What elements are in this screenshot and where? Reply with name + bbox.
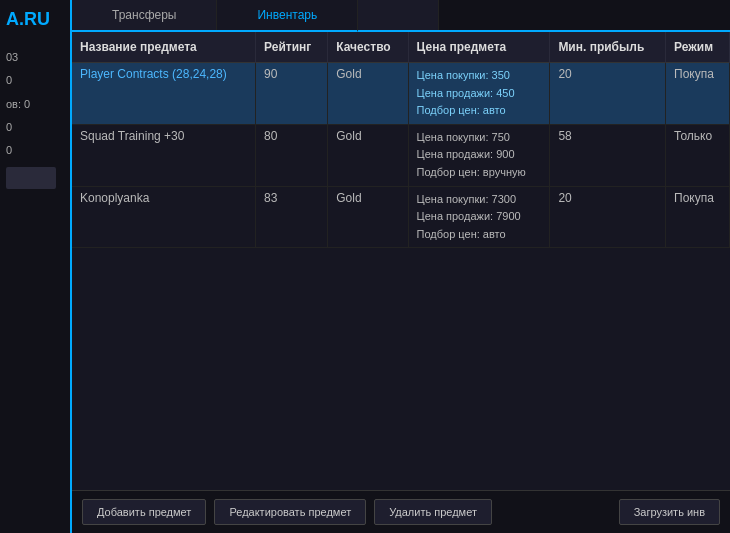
sidebar-stat-5: 0 xyxy=(6,143,12,158)
cell-min-profit: 20 xyxy=(550,186,666,248)
cell-quality: Gold xyxy=(328,124,408,186)
inventory-table: Название предмета Рейтинг Качество Цена … xyxy=(72,32,730,248)
table-header-row: Название предмета Рейтинг Качество Цена … xyxy=(72,32,730,63)
tab-bar: Трансферы Инвентарь xyxy=(72,0,730,32)
cell-rating: 90 xyxy=(256,63,328,125)
sidebar: A.RU 03 0 ов: 0 0 0 xyxy=(0,0,72,533)
cell-quality: Gold xyxy=(328,186,408,248)
cell-mode: Покупа xyxy=(666,63,730,125)
cell-name: Squad Training +30 xyxy=(72,124,256,186)
sidebar-stat-3: ов: 0 xyxy=(6,97,30,112)
col-header-name: Название предмета xyxy=(72,32,256,63)
tab-3[interactable] xyxy=(358,0,439,30)
cell-rating: 83 xyxy=(256,186,328,248)
sidebar-box xyxy=(6,167,56,189)
bottom-bar: Добавить предмет Редактировать предмет У… xyxy=(72,490,730,533)
cell-quality: Gold xyxy=(328,63,408,125)
cell-rating: 80 xyxy=(256,124,328,186)
table-row[interactable]: Konoplyanka83GoldЦена покупки: 7300Цена … xyxy=(72,186,730,248)
edit-item-button[interactable]: Редактировать предмет xyxy=(214,499,366,525)
table-body: Player Contracts (28,24,28)90GoldЦена по… xyxy=(72,63,730,248)
main-panel: Трансферы Инвентарь Название предмета Ре… xyxy=(72,0,730,533)
tab-inventory[interactable]: Инвентарь xyxy=(217,0,358,32)
add-item-button[interactable]: Добавить предмет xyxy=(82,499,206,525)
cell-name: Player Contracts (28,24,28) xyxy=(72,63,256,125)
cell-name: Konoplyanka xyxy=(72,186,256,248)
sidebar-stat-2: 0 xyxy=(6,73,12,88)
col-header-min-profit: Мин. прибыль xyxy=(550,32,666,63)
inventory-table-container: Название предмета Рейтинг Качество Цена … xyxy=(72,32,730,490)
col-header-quality: Качество xyxy=(328,32,408,63)
sidebar-logo: A.RU xyxy=(6,10,50,30)
cell-mode: Покупа xyxy=(666,186,730,248)
cell-price: Цена покупки: 350Цена продажи: 450Подбор… xyxy=(408,63,550,125)
sidebar-stat-4: 0 xyxy=(6,120,12,135)
cell-min-profit: 20 xyxy=(550,63,666,125)
cell-min-profit: 58 xyxy=(550,124,666,186)
cell-price: Цена покупки: 7300Цена продажи: 7900Подб… xyxy=(408,186,550,248)
table-row[interactable]: Squad Training +3080GoldЦена покупки: 75… xyxy=(72,124,730,186)
col-header-rating: Рейтинг xyxy=(256,32,328,63)
sidebar-stat-1: 03 xyxy=(6,50,18,65)
cell-mode: Только xyxy=(666,124,730,186)
col-header-price: Цена предмета xyxy=(408,32,550,63)
load-inventory-button[interactable]: Загрузить инв xyxy=(619,499,720,525)
delete-item-button[interactable]: Удалить предмет xyxy=(374,499,492,525)
col-header-mode: Режим xyxy=(666,32,730,63)
cell-price: Цена покупки: 750Цена продажи: 900Подбор… xyxy=(408,124,550,186)
tab-transfers[interactable]: Трансферы xyxy=(72,0,217,30)
table-row[interactable]: Player Contracts (28,24,28)90GoldЦена по… xyxy=(72,63,730,125)
